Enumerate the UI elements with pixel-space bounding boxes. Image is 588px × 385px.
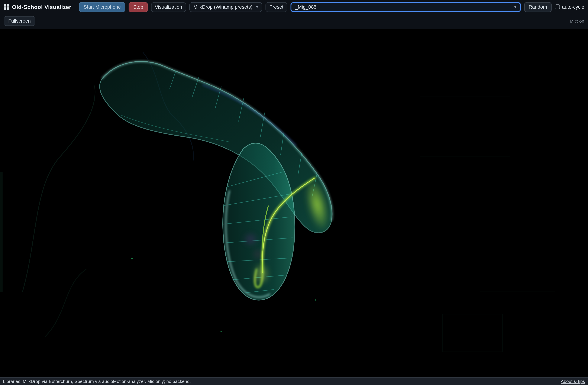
visualization-select-value: MilkDrop (Winamp presets)	[193, 4, 252, 10]
auto-cycle-checkbox[interactable]	[555, 4, 560, 9]
toolbar: Old-School Visualizer Start Microphone S…	[0, 0, 588, 29]
status-bar: Libraries: MilkDrop via Butterchurn, Spe…	[0, 377, 588, 385]
preset-select[interactable]: _Mig_085 ▾	[291, 2, 521, 12]
fullscreen-button[interactable]: Fullscreen	[4, 16, 35, 26]
preset-label: Preset	[266, 2, 287, 12]
chevron-down-icon: ▾	[514, 5, 516, 9]
viz-ribbon	[100, 62, 332, 233]
preset-select-value: _Mig_085	[295, 4, 316, 10]
random-button[interactable]: Random	[524, 2, 552, 12]
app-root: Old-School Visualizer Start Microphone S…	[0, 0, 588, 385]
start-microphone-button[interactable]: Start Microphone	[79, 2, 126, 12]
grid-icon	[4, 4, 9, 10]
mic-status: Mic: on	[570, 18, 584, 23]
libraries-text: Libraries: MilkDrop via Butterchurn, Spe…	[3, 379, 191, 384]
visualizer-canvas	[0, 29, 588, 377]
page-title: Old-School Visualizer	[12, 4, 71, 10]
visualization-label: Visualization	[151, 2, 186, 12]
chevron-down-icon: ▾	[256, 5, 258, 9]
milkdrop-visualization	[0, 29, 588, 377]
auto-cycle-toggle[interactable]: auto-cycle	[555, 4, 584, 10]
stop-button[interactable]: Stop	[129, 2, 148, 12]
visualization-select[interactable]: MilkDrop (Winamp presets) ▾	[189, 2, 262, 12]
about-tips-link[interactable]: About & tips	[561, 379, 585, 384]
auto-cycle-label: auto-cycle	[562, 4, 584, 10]
app-title-wrap: Old-School Visualizer	[4, 4, 71, 10]
